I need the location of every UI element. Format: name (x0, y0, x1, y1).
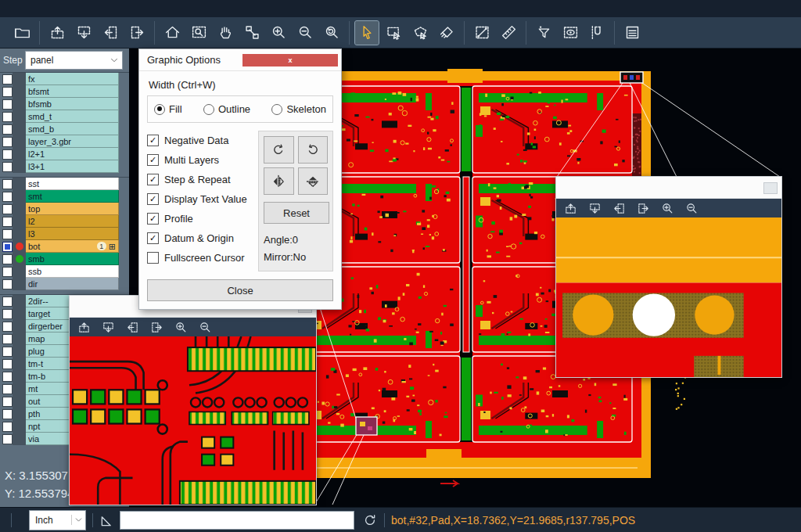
zoom-tool-button[interactable] (150, 321, 163, 334)
layer-visibility-checkbox[interactable] (2, 204, 13, 214)
layer-visibility-checkbox[interactable] (2, 297, 13, 307)
zoom-window-titlebar[interactable] (556, 177, 781, 199)
radio-option[interactable]: Skeleton (271, 103, 326, 115)
radio-option[interactable]: Outline (203, 103, 250, 115)
zoom-tool-button[interactable] (199, 321, 212, 334)
toolbar-button[interactable] (160, 21, 184, 45)
layer-chip[interactable]: top ⊞ (26, 203, 119, 215)
layer-visibility-checkbox[interactable] (2, 422, 13, 432)
zoom-window-content[interactable] (556, 217, 781, 377)
angle-mode-icon[interactable] (99, 512, 115, 528)
unit-select[interactable]: Inch (29, 510, 86, 530)
dialog-close-button[interactable]: Close (147, 279, 333, 301)
toolbar-button[interactable] (585, 21, 609, 45)
toolbar-button[interactable] (240, 21, 264, 45)
graphic-options-dialog[interactable]: Graphic Options x Width (Ctrl+W) Fill Ou… (138, 49, 342, 310)
zoom-tool-button[interactable] (637, 202, 650, 215)
layer-row[interactable]: smd_t ⊞ (0, 110, 129, 123)
layer-chip[interactable]: bfsmb ⊞ (26, 98, 119, 110)
layer-row[interactable]: fx ⊞ (0, 73, 129, 85)
layer-chip[interactable]: l2+1 ⊞ (26, 148, 119, 160)
layer-visibility-checkbox[interactable] (2, 74, 13, 84)
layer-row[interactable]: bfsmb ⊞ (0, 98, 129, 110)
layer-chip[interactable]: l3+1 ⊞ (26, 160, 119, 173)
layer-visibility-checkbox[interactable] (2, 372, 13, 382)
checkbox-icon[interactable]: ✓ (147, 213, 159, 225)
layer-visibility-checkbox[interactable] (2, 112, 13, 122)
toolbar-button[interactable] (187, 21, 210, 45)
menu-item[interactable] (5, 7, 20, 10)
option-checkbox-row[interactable]: ✓ Multi Layers (147, 150, 253, 170)
toolbar-button[interactable] (10, 21, 34, 45)
layer-row[interactable]: sst ⊞ (0, 178, 129, 190)
layer-visibility-checkbox[interactable] (2, 242, 13, 252)
layer-row[interactable]: top ⊞ (0, 203, 129, 215)
layer-visibility-checkbox[interactable] (2, 384, 13, 394)
menu-item[interactable] (80, 7, 95, 10)
checkbox-icon[interactable]: ✓ (147, 252, 159, 264)
radio-option[interactable]: Fill (154, 103, 182, 115)
zoom-tool-button[interactable] (102, 321, 115, 334)
layer-row[interactable]: smd_b ⊞ (0, 123, 129, 135)
checkbox-icon[interactable]: ✓ (147, 135, 159, 146)
layer-visibility-checkbox[interactable] (2, 99, 13, 110)
toolbar-button[interactable] (99, 21, 122, 45)
layer-row[interactable]: l2 ⊞ (0, 215, 129, 228)
layer-chip[interactable]: smt ⊞ (26, 190, 119, 203)
layer-visibility-checkbox[interactable] (2, 334, 13, 344)
toolbar-button[interactable] (293, 21, 317, 45)
close-icon[interactable]: x (242, 54, 338, 66)
layer-chip[interactable]: l3 ⊞ (26, 228, 119, 240)
layer-chip[interactable]: l2 ⊞ (26, 215, 119, 228)
command-input[interactable] (120, 511, 354, 530)
toolbar-button[interactable] (320, 21, 343, 45)
layer-visibility-checkbox[interactable] (2, 409, 13, 419)
layer-row[interactable]: ssb ⊞ (0, 265, 129, 278)
layer-visibility-checkbox[interactable] (2, 434, 13, 444)
layer-row[interactable]: smb ⊞ (0, 253, 129, 265)
layer-visibility-checkbox[interactable] (2, 347, 13, 357)
layer-row[interactable]: smt ⊞ (0, 190, 129, 203)
layer-row[interactable]: dir ⊞ (0, 278, 129, 290)
toolbar-button[interactable] (125, 21, 149, 45)
toolbar-button[interactable] (620, 21, 644, 45)
checkbox-icon[interactable]: ✓ (147, 174, 159, 185)
toolbar-button[interactable] (214, 21, 237, 45)
toolbar-button[interactable] (435, 21, 458, 45)
zoom-tool-button[interactable] (564, 202, 577, 215)
zoom-tool-button[interactable] (126, 321, 139, 334)
radio-icon[interactable] (203, 104, 214, 115)
layer-chip[interactable]: sst ⊞ (26, 178, 119, 190)
layer-row[interactable]: l3+1 ⊞ (0, 160, 129, 173)
toolbar-button[interactable] (355, 21, 379, 45)
layer-visibility-checkbox[interactable] (2, 149, 13, 160)
zoom-tool-button[interactable] (174, 321, 188, 334)
rotate-cw-button[interactable] (264, 136, 294, 164)
layer-chip[interactable]: smd_b ⊞ (26, 123, 119, 135)
dialog-titlebar[interactable]: Graphic Options x (139, 49, 341, 71)
toolbar-button[interactable] (72, 21, 95, 45)
radio-icon[interactable] (154, 104, 165, 115)
layer-visibility-checkbox[interactable] (2, 162, 13, 172)
layer-visibility-checkbox[interactable] (2, 267, 13, 277)
step-select[interactable]: panel (25, 51, 123, 70)
zoom-tool-button[interactable] (588, 202, 602, 215)
layer-row[interactable]: layer_3.gbr ⊞ (0, 135, 129, 148)
zoom-window-right[interactable] (555, 176, 782, 378)
layer-visibility-checkbox[interactable] (2, 254, 13, 264)
option-checkbox-row[interactable]: ✓ Fullscreen Cursor (147, 248, 253, 268)
zoom-tool-button[interactable] (685, 202, 699, 215)
option-checkbox-row[interactable]: ✓ Step & Repeat (147, 170, 253, 189)
layer-row[interactable]: bot 1 ⊞ (0, 240, 129, 253)
layer-visibility-checkbox[interactable] (2, 137, 13, 147)
checkbox-icon[interactable]: ✓ (147, 154, 159, 166)
layer-visibility-checkbox[interactable] (2, 87, 13, 97)
option-checkbox-row[interactable]: ✓ Profile (147, 209, 253, 228)
layer-row[interactable]: l3 ⊞ (0, 228, 129, 240)
mirror-vertical-button[interactable] (298, 167, 329, 195)
layer-chip[interactable]: fx ⊞ (26, 73, 119, 85)
layer-visibility-checkbox[interactable] (2, 192, 13, 202)
rotate-ccw-button[interactable] (298, 136, 329, 164)
zoom-tool-button[interactable] (77, 321, 91, 334)
layer-visibility-checkbox[interactable] (2, 124, 13, 135)
